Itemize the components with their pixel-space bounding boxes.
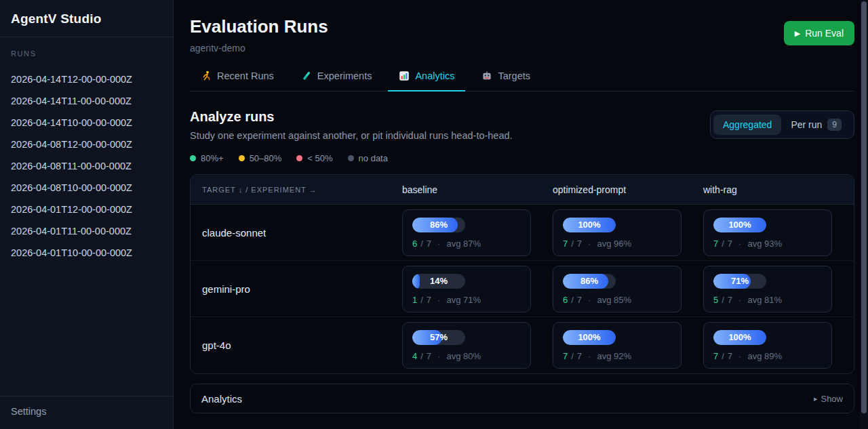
run-eval-button[interactable]: ▶ Run Eval (784, 21, 854, 45)
sidebar-run-list: RUNS 2026-04-14T12-00-00-000Z 2026-04-14… (0, 37, 173, 396)
sidebar-run-item[interactable]: 2026-04-01T10-00-00-000Z (11, 242, 162, 264)
tab-analytics[interactable]: Analytics (388, 70, 465, 91)
passed-count: 5 (713, 295, 718, 305)
score-card[interactable]: 100% 7 / 7 · avg 96% (553, 209, 682, 256)
tab-label: Analytics (415, 70, 454, 81)
fraction-separator: / (420, 295, 423, 305)
target-name: gpt-4o (191, 340, 402, 351)
settings-link[interactable]: Settings (11, 406, 162, 417)
total-count: 7 (577, 295, 582, 305)
sidebar-run-item[interactable]: 2026-04-14T10-00-00-000Z (11, 112, 162, 134)
experiment-column-header: optimized-prompt (553, 184, 703, 195)
matrix-row: gpt-4o 57% 4 / 7 · avg 80% (191, 317, 854, 373)
runs-section-label: RUNS (11, 49, 162, 58)
score-pill: 14% (412, 274, 465, 289)
tab-experiments[interactable]: Experiments (290, 70, 383, 91)
score-card[interactable]: 86% 6 / 7 · avg 85% (553, 266, 682, 312)
matrix-cell: 100% 7 / 7 · avg 96% (553, 209, 703, 256)
sidebar-run-item[interactable]: 2026-04-14T11-00-00-000Z (11, 90, 162, 112)
legend-label: 50–80% (250, 153, 282, 163)
analyze-description: Study one experiment against another, or… (190, 130, 513, 141)
tab-label: Targets (498, 70, 530, 81)
page-title: Evaluation Runs (190, 16, 328, 37)
show-label: Show (821, 394, 843, 404)
tab-recent-runs[interactable]: Recent Runs (190, 70, 285, 91)
avg-score: avg 89% (747, 351, 782, 361)
avg-score: avg 92% (597, 351, 631, 361)
score-pill: 71% (713, 274, 766, 289)
toggle-aggregated[interactable]: Aggregated (713, 115, 781, 135)
score-card[interactable]: 100% 7 / 7 · avg 89% (703, 322, 832, 369)
avg-score: avg 81% (747, 295, 782, 305)
legend-label: < 50% (307, 153, 332, 163)
toggle-aggregated-label: Aggregated (723, 119, 772, 130)
bar-chart-icon (399, 70, 410, 81)
sidebar-run-item[interactable]: 2026-04-08T10-00-00-000Z (11, 177, 162, 199)
fraction-separator: / (571, 351, 574, 361)
sidebar-footer: Settings (0, 396, 173, 429)
fraction-separator: / (722, 351, 724, 361)
target-name: gemini-pro (191, 283, 402, 295)
legend-item: < 50% (296, 153, 332, 163)
passed-count: 7 (563, 239, 568, 249)
matrix-cell: 86% 6 / 7 · avg 85% (553, 266, 703, 312)
dot-separator: · (588, 239, 591, 249)
score-detail: 7 / 7 · avg 93% (713, 239, 822, 249)
score-card[interactable]: 14% 1 / 7 · avg 71% (402, 266, 531, 312)
scrollbar-thumb[interactable] (861, 1, 867, 413)
app-window: AgentV Studio RUNS 2026-04-14T12-00-00-0… (0, 0, 868, 429)
analytics-panel-header[interactable]: Analytics ▸ Show (190, 384, 854, 413)
analyze-title: Analyze runs (190, 109, 513, 125)
legend-label: no data (359, 153, 388, 163)
page-subtitle: agentv-demo (190, 43, 328, 54)
score-card[interactable]: 100% 7 / 7 · avg 93% (703, 209, 832, 256)
show-toggle[interactable]: ▸ Show (814, 394, 843, 404)
fraction-separator: / (571, 239, 574, 249)
fraction-separator: / (420, 239, 423, 249)
sidebar-run-item[interactable]: 2026-04-01T11-00-00-000Z (11, 220, 162, 242)
score-detail: 7 / 7 · avg 92% (563, 351, 671, 361)
legend-label: 80%+ (201, 153, 224, 163)
total-count: 7 (728, 239, 732, 249)
avg-score: avg 87% (446, 239, 481, 249)
toggle-per-run-label: Per run (791, 119, 822, 130)
total-count: 7 (728, 351, 732, 361)
dot-separator: · (437, 239, 440, 249)
score-card[interactable]: 100% 7 / 7 · avg 92% (553, 322, 682, 369)
score-detail: 7 / 7 · avg 96% (563, 239, 671, 249)
sidebar-run-item[interactable]: 2026-04-08T11-00-00-000Z (11, 155, 162, 177)
score-detail: 5 / 7 · avg 81% (713, 295, 822, 305)
avg-score: avg 85% (597, 295, 631, 305)
per-run-count-badge: 9 (827, 119, 842, 131)
legend-dot-yellow (239, 155, 245, 161)
score-card[interactable]: 57% 4 / 7 · avg 80% (402, 322, 531, 369)
page-header-text: Evaluation Runs agentv-demo (190, 16, 328, 54)
toggle-per-run[interactable]: Per run 9 (781, 114, 851, 136)
matrix-header-row: TARGET ↓ / EXPERIMENT → baseline optimiz… (191, 175, 854, 205)
avg-score: avg 96% (597, 239, 631, 249)
score-pill: 100% (713, 218, 766, 232)
matrix-corner-label: TARGET ↓ / EXPERIMENT → (191, 186, 402, 194)
fraction-separator: / (722, 239, 724, 249)
total-count: 7 (427, 295, 431, 305)
dot-separator: · (437, 351, 440, 361)
score-card[interactable]: 86% 6 / 7 · avg 87% (402, 209, 531, 256)
score-pill-label: 100% (563, 218, 616, 232)
passed-count: 1 (412, 295, 417, 305)
sidebar-run-item[interactable]: 2026-04-01T12-00-00-000Z (11, 199, 162, 220)
dot-separator: · (738, 351, 741, 361)
matrix-cell: 100% 7 / 7 · avg 93% (703, 209, 854, 256)
total-count: 7 (577, 239, 582, 249)
score-detail: 7 / 7 · avg 89% (713, 351, 822, 361)
score-pill: 100% (713, 330, 766, 345)
score-pill: 86% (412, 218, 465, 232)
matrix-cell: 86% 6 / 7 · avg 87% (402, 209, 553, 256)
matrix-cell: 14% 1 / 7 · avg 71% (402, 266, 553, 312)
score-detail: 6 / 7 · avg 87% (412, 239, 521, 249)
tab-targets[interactable]: Targets (471, 70, 541, 91)
sidebar-run-item[interactable]: 2026-04-08T12-00-00-000Z (11, 134, 162, 155)
score-card[interactable]: 71% 5 / 7 · avg 81% (703, 266, 832, 312)
sidebar-run-item[interactable]: 2026-04-14T12-00-00-000Z (11, 68, 162, 90)
matrix-row: gemini-pro 14% 1 / 7 · avg 71% (191, 261, 854, 317)
score-detail: 4 / 7 · avg 80% (412, 351, 521, 361)
